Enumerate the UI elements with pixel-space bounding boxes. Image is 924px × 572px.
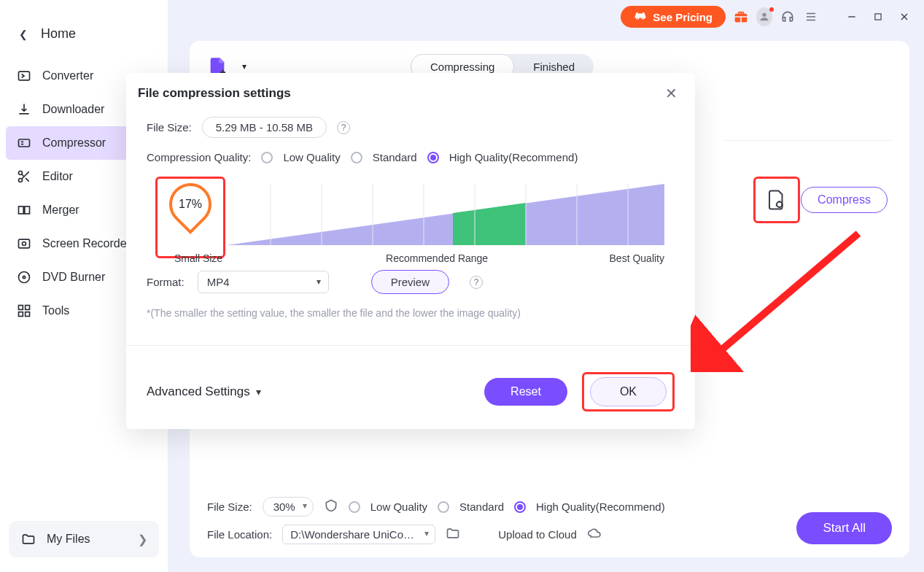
see-pricing-label: See Pricing	[653, 11, 713, 23]
file-size-label: File Size:	[147, 121, 192, 134]
tab-label: Finished	[533, 61, 575, 73]
quality-standard-radio[interactable]	[438, 501, 449, 513]
file-size-label: File Size:	[207, 500, 252, 513]
svg-rect-12	[26, 306, 30, 310]
slider-pin-icon: 17%	[160, 174, 220, 234]
modal-quality-standard-radio[interactable]	[351, 152, 362, 163]
menu-icon[interactable]	[803, 9, 819, 25]
open-folder-icon[interactable]	[446, 526, 460, 543]
sidebar-item-label: Tools	[42, 304, 69, 317]
ok-label: OK	[620, 385, 637, 398]
sidebar-item-label: DVD Burner	[42, 271, 105, 284]
quality-high-radio[interactable]	[514, 501, 526, 513]
modal-quality-high-radio[interactable]	[427, 152, 439, 163]
sidebar-item-label: Screen Recorder	[42, 237, 131, 250]
merger-icon	[16, 202, 32, 218]
file-location-label: File Location:	[207, 528, 272, 541]
home-label: Home	[41, 26, 76, 42]
compressor-icon	[16, 135, 32, 151]
sidebar-item-label: Editor	[42, 170, 73, 183]
file-size-range[interactable]: 5.29 MB - 10.58 MB	[202, 117, 327, 138]
chevron-left-icon: ❮	[19, 28, 28, 40]
compress-button-label: Compress	[818, 193, 871, 206]
slider-pin-highlight: 17%	[155, 177, 225, 258]
preview-label: Preview	[391, 276, 430, 288]
notification-dot	[769, 7, 774, 12]
compression-settings-button[interactable]	[753, 177, 800, 223]
svg-rect-2	[19, 139, 30, 147]
slider-left-label: Small Size	[174, 252, 222, 264]
modal-quality-low-label: Low Quality	[283, 151, 340, 163]
modal-quality-standard-label: Standard	[373, 151, 417, 163]
my-files-button[interactable]: My Files ❯	[9, 521, 159, 557]
chevron-right-icon: ❯	[138, 533, 147, 546]
slider-labels: Small Size Recommended Range Best Qualit…	[167, 252, 664, 264]
svg-rect-0	[875, 14, 881, 20]
upload-to-cloud-label: Upload to Cloud	[498, 528, 577, 541]
support-icon[interactable]	[780, 9, 796, 25]
modal-quality-high-label: High Quality(Recommend)	[449, 151, 578, 163]
modal-quality-low-radio[interactable]	[261, 152, 273, 163]
quality-standard-label: Standard	[459, 500, 504, 513]
account-icon[interactable]	[756, 9, 772, 25]
svg-point-9	[19, 272, 30, 283]
sidebar-item-label: Compressor	[42, 136, 106, 150]
minimize-button[interactable]	[842, 7, 861, 26]
dvd-icon	[16, 269, 32, 285]
svg-marker-17	[227, 184, 664, 245]
format-select[interactable]: MP4	[198, 271, 329, 293]
see-pricing-button[interactable]: See Pricing	[621, 6, 726, 28]
close-window-button[interactable]	[895, 7, 914, 26]
svg-rect-13	[19, 312, 23, 317]
svg-marker-18	[453, 203, 526, 245]
file-size-select[interactable]: 30%	[263, 497, 314, 517]
lock-size-icon[interactable]	[324, 498, 338, 515]
compression-slider[interactable]: 17% Small Size Recommended Range Best Qu…	[147, 177, 675, 264]
recorder-icon	[16, 236, 32, 252]
compress-button[interactable]: Compress	[801, 187, 888, 213]
compression-quality-label: Compression Quality:	[147, 151, 251, 163]
start-all-button[interactable]: Start All	[796, 512, 892, 544]
svg-point-3	[19, 171, 23, 175]
tools-icon	[16, 303, 32, 319]
maximize-button[interactable]	[869, 7, 888, 26]
folder-icon	[20, 531, 36, 547]
file-location-select[interactable]: D:\Wondershare UniConverter 1	[282, 525, 435, 544]
compression-settings-modal: File compression settings ✕ File Size: 5…	[126, 73, 695, 429]
reset-label: Reset	[510, 385, 541, 398]
file-size-value: 30%	[273, 500, 295, 513]
format-value: MP4	[207, 276, 230, 288]
scissors-icon	[16, 169, 32, 185]
hint-text: *(The smaller the setting value, the sma…	[147, 307, 675, 319]
help-icon[interactable]: ?	[470, 276, 483, 289]
home-nav[interactable]: ❮ Home	[0, 18, 168, 59]
help-icon[interactable]: ?	[337, 121, 350, 134]
close-icon[interactable]: ✕	[665, 85, 678, 102]
sidebar-item-label: Downloader	[42, 103, 104, 116]
svg-rect-6	[25, 206, 30, 214]
quality-high-label: High Quality(Recommend)	[536, 500, 665, 513]
slider-mid-label: Recommended Range	[386, 252, 488, 264]
cloud-icon[interactable]	[587, 526, 602, 543]
svg-point-16	[777, 202, 783, 208]
quality-low-radio[interactable]	[349, 501, 360, 513]
start-all-label: Start All	[823, 521, 866, 535]
download-icon	[16, 101, 32, 117]
file-location-value: D:\Wondershare UniConverter 1	[290, 528, 435, 541]
preview-button[interactable]: Preview	[371, 270, 449, 294]
svg-rect-7	[19, 239, 30, 248]
converter-icon	[16, 68, 32, 84]
output-settings-row-2: File Location: D:\Wondershare UniConvert…	[207, 525, 892, 544]
svg-point-8	[23, 242, 26, 246]
ok-button[interactable]: OK	[590, 377, 667, 406]
reset-button[interactable]: Reset	[484, 378, 567, 406]
slider-percent: 17%	[179, 198, 202, 211]
advanced-settings-toggle[interactable]: Advanced Settings ▾	[147, 384, 261, 399]
titlebar: See Pricing	[168, 0, 924, 34]
modal-title: File compression settings	[138, 86, 291, 101]
gift-icon[interactable]	[733, 9, 749, 25]
output-settings-row-1: File Size: 30% Low Quality Standard High…	[207, 497, 756, 517]
chevron-down-icon[interactable]: ▾	[242, 61, 246, 72]
svg-rect-14	[26, 312, 30, 317]
chevron-down-icon: ▾	[256, 386, 261, 398]
